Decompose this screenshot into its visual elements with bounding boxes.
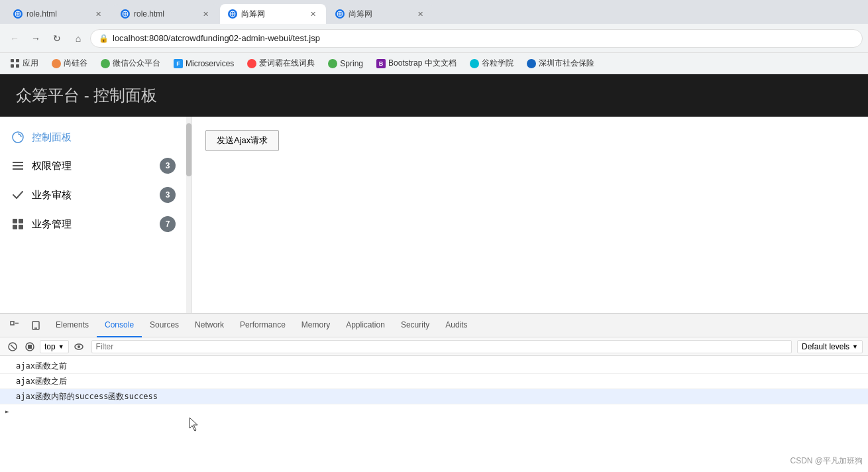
svg-rect-17 <box>13 162 23 163</box>
console-line-1-text: ajax函数之前 <box>16 361 67 371</box>
inspect-element-button[interactable] <box>5 316 24 335</box>
tab-4-favicon <box>335 9 345 19</box>
bookmark-spring-label: Spring <box>340 59 363 68</box>
sidebar-scrollbar-track[interactable] <box>186 117 191 313</box>
device-toggle-button[interactable] <box>27 316 45 335</box>
default-levels-select[interactable]: Default levels ▼ <box>797 340 863 353</box>
tab-1-close[interactable]: ✕ <box>93 9 103 19</box>
bookmark-shangguke[interactable]: 尚硅谷 <box>46 56 93 70</box>
bookmark-microservices[interactable]: F Microservices <box>168 58 239 70</box>
tab-2[interactable]: role.html ✕ <box>113 4 219 24</box>
tab-2-title: role.html <box>134 9 196 19</box>
address-text: localhost:8080/atcrowdfunding02-admin-we… <box>113 33 854 43</box>
svg-rect-24 <box>11 322 14 325</box>
sidebar-item-dashboard[interactable]: 控制面板 <box>0 123 186 151</box>
app-body: 控制面板 权限管理 3 <box>0 117 868 313</box>
bookmark-bootstrap[interactable]: B Bootstrap 中文文档 <box>371 56 462 70</box>
devtools-tab-console[interactable]: Console <box>97 314 142 337</box>
svg-rect-19 <box>13 168 23 170</box>
tab-1-favicon <box>13 9 23 19</box>
tab-3-title: 尚筹网 <box>241 9 303 20</box>
bookmark-wechat[interactable]: 微信公众平台 <box>95 56 166 70</box>
sidebar-item-permission-badge: 3 <box>160 158 176 174</box>
svg-rect-23 <box>19 225 23 229</box>
bookmark-apps-label: 应用 <box>23 58 38 69</box>
devtools-tab-elements[interactable]: Elements <box>48 314 97 337</box>
bookmark-iciba[interactable]: 爱词霸在线词典 <box>242 56 320 70</box>
wechat-icon <box>101 59 110 68</box>
tab-4-close[interactable]: ✕ <box>415 9 425 19</box>
devtools-tab-memory[interactable]: Memory <box>294 314 338 337</box>
devtools-tab-sources[interactable]: Sources <box>142 314 187 337</box>
sidebar-item-business-mgmt[interactable]: 业务管理 7 <box>0 209 186 239</box>
console-expand-row[interactable]: ► <box>0 404 868 419</box>
sidebar-item-business-audit[interactable]: 业务审核 3 <box>0 180 186 209</box>
tab-bar: role.html ✕ role.html ✕ 尚筹网 ✕ 尚筹网 ✕ <box>0 0 868 24</box>
microservices-icon: F <box>174 59 183 68</box>
dashboard-icon <box>11 130 25 145</box>
bookmarks-bar: 应用 尚硅谷 微信公众平台 F Microservices 爱词霸在线词典 Sp… <box>0 53 868 74</box>
home-button[interactable]: ⌂ <box>69 29 87 48</box>
svg-rect-18 <box>13 165 23 166</box>
console-line-3-text: ajax函数内部的success函数success <box>16 392 158 401</box>
sidebar-item-business-audit-label: 业务审核 <box>32 189 153 202</box>
tab-1[interactable]: role.html ✕ <box>5 4 111 24</box>
bookmark-bootstrap-label: Bootstrap 中文文档 <box>388 58 457 69</box>
browser-frame: role.html ✕ role.html ✕ 尚筹网 ✕ 尚筹网 ✕ <box>0 0 868 472</box>
devtools-tab-performance[interactable]: Performance <box>232 314 294 337</box>
business-mgmt-icon <box>11 217 25 231</box>
bookmark-iciba-label: 爱词霸在线词典 <box>259 58 315 69</box>
sidebar-scrollable: 控制面板 权限管理 3 <box>0 117 191 313</box>
tab-4[interactable]: 尚筹网 ✕ <box>327 4 433 24</box>
console-filter-input[interactable] <box>91 340 792 353</box>
tab-2-close[interactable]: ✕ <box>200 9 211 19</box>
svg-rect-22 <box>13 225 17 229</box>
bookmark-spring[interactable]: Spring <box>323 58 368 70</box>
svg-rect-13 <box>16 59 19 62</box>
gulixy-icon <box>470 59 479 68</box>
svg-point-33 <box>78 345 80 348</box>
console-stop-button[interactable] <box>23 339 37 354</box>
bookmark-gulixy[interactable]: 谷粒学院 <box>464 56 519 70</box>
console-eye-button[interactable] <box>72 339 86 354</box>
svg-line-29 <box>11 345 15 349</box>
console-line-2-text: ajax函数之后 <box>16 377 67 386</box>
devtools-tab-network[interactable]: Network <box>187 314 232 337</box>
sidebar: 控制面板 权限管理 3 <box>0 117 192 313</box>
page-content: 众筹平台 - 控制面板 <box>0 74 868 472</box>
console-clear-button[interactable] <box>5 339 20 354</box>
refresh-button[interactable]: ↻ <box>48 29 66 48</box>
context-select[interactable]: top ▼ <box>40 340 69 353</box>
devtools-tab-application[interactable]: Application <box>338 314 393 337</box>
app-header: 众筹平台 - 控制面板 <box>0 74 868 117</box>
apps-icon <box>11 59 20 68</box>
sidebar-item-permission[interactable]: 权限管理 3 <box>0 151 186 180</box>
iciba-icon <box>247 59 256 68</box>
forward-button[interactable]: → <box>27 29 45 48</box>
permission-icon <box>11 158 25 173</box>
devtools-tab-audits[interactable]: Audits <box>437 314 475 337</box>
bookmark-wechat-label: 微信公众平台 <box>113 58 160 69</box>
svg-rect-20 <box>13 219 17 223</box>
bookmark-apps[interactable]: 应用 <box>5 56 44 70</box>
console-line-2: ajax函数之后 <box>0 374 868 389</box>
send-ajax-button[interactable]: 发送Ajax请求 <box>205 130 279 151</box>
bookmark-microservices-label: Microservices <box>186 59 234 68</box>
expand-arrow-icon: ► <box>5 406 9 418</box>
sidebar-item-business-audit-badge: 3 <box>160 187 176 203</box>
devtools-tab-security[interactable]: Security <box>393 314 437 337</box>
tab-3[interactable]: 尚筹网 ✕ <box>220 4 326 24</box>
svg-rect-12 <box>11 59 14 62</box>
tab-4-title: 尚筹网 <box>349 9 411 20</box>
bookmark-shangguke-label: 尚硅谷 <box>64 58 87 69</box>
spring-icon <box>328 59 337 68</box>
sidebar-scrollbar-thumb[interactable] <box>186 123 191 176</box>
bookmark-shenzhen[interactable]: 深圳市社会保险 <box>521 56 600 70</box>
sidebar-item-dashboard-label: 控制面板 <box>32 131 176 144</box>
watermark: CSDN @平凡加班狗 <box>790 455 863 467</box>
console-line-1: ajax函数之前 <box>0 359 868 374</box>
tab-3-close[interactable]: ✕ <box>307 9 318 19</box>
main-content: 发送Ajax请求 <box>192 117 868 313</box>
address-bar[interactable]: 🔒 localhost:8080/atcrowdfunding02-admin-… <box>90 29 863 48</box>
back-button[interactable]: ← <box>5 29 24 48</box>
